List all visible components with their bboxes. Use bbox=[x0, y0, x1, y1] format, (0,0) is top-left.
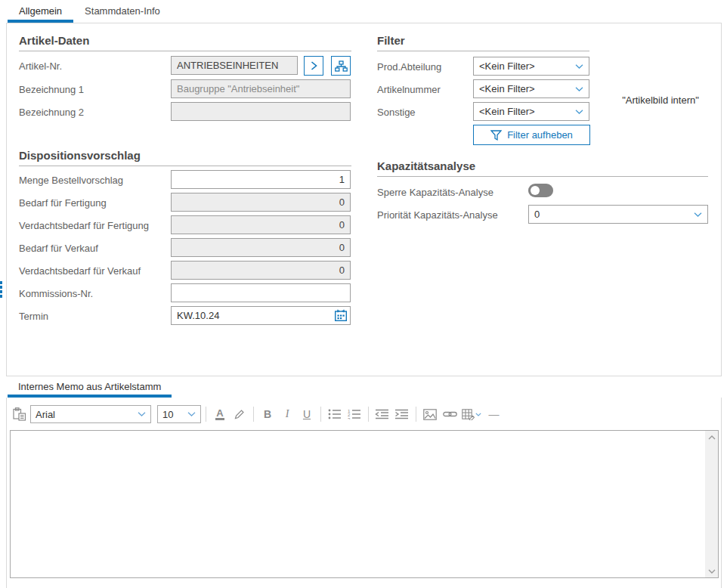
underline-button[interactable]: U bbox=[298, 405, 316, 423]
chevron-down-icon bbox=[187, 412, 196, 416]
toolbar-divider bbox=[416, 407, 416, 422]
memo-toolbar: Arial 10 A B I U bbox=[11, 404, 503, 424]
tab-stammdaten-info[interactable]: Stammdaten-Info bbox=[73, 0, 172, 23]
sonstige-select[interactable]: <Kein Filter> bbox=[473, 102, 589, 121]
prioritaet-kapazitaets-analyse-label: Priorität Kapazitäts-Analyse bbox=[377, 209, 498, 221]
main-form-panel: Artikel-Daten Artikel-Nr. Bezeichnung 1 … bbox=[6, 23, 722, 376]
font-color-icon: A bbox=[215, 408, 224, 420]
artikelbild-caption: "Artikelbild intern" bbox=[598, 94, 723, 106]
section-heading-dispositionsvorschlag: Dispositionsvorschlag bbox=[19, 149, 351, 166]
insert-image-button[interactable] bbox=[421, 405, 439, 423]
filter-aufheben-button[interactable]: Filter aufheben bbox=[473, 125, 590, 145]
font-family-value: Arial bbox=[36, 409, 138, 420]
bezeichnung-1-input[interactable] bbox=[171, 79, 351, 98]
artikel-nr-label: Artikel-Nr. bbox=[19, 60, 62, 72]
scroll-down-icon[interactable] bbox=[705, 565, 718, 577]
termin-field bbox=[171, 306, 351, 325]
bedarf-verkauf-input[interactable] bbox=[171, 238, 351, 257]
filter-aufheben-label: Filter aufheben bbox=[507, 129, 573, 141]
kommissions-nr-label: Kommissions-Nr. bbox=[19, 288, 93, 299]
bedarf-verkauf-label: Bedarf für Verkauf bbox=[19, 243, 98, 254]
chevron-down-icon bbox=[575, 64, 583, 69]
paste-icon[interactable] bbox=[11, 405, 29, 423]
artikelnummer-select[interactable]: <Kein Filter> bbox=[473, 79, 589, 98]
memo-panel: Arial 10 A B I U bbox=[6, 398, 722, 588]
termin-input[interactable] bbox=[171, 306, 351, 325]
sitemap-icon bbox=[335, 60, 348, 72]
section-heading-artikel-daten: Artikel-Daten bbox=[19, 34, 351, 51]
verdachtsbedarf-verkauf-label: Verdachtsbedarf für Verkauf bbox=[19, 265, 141, 277]
toolbar-divider bbox=[320, 407, 321, 422]
hierarchy-button[interactable] bbox=[331, 56, 351, 76]
sperre-kapazitaets-analyse-label: Sperre Kapazitäts-Analyse bbox=[377, 187, 493, 198]
font-size-select[interactable]: 10 bbox=[157, 405, 201, 423]
calendar-icon[interactable] bbox=[334, 309, 348, 322]
tab-allgemein[interactable]: Allgemein bbox=[8, 0, 73, 23]
section-heading-kapazitaetsanalyse: Kapazitätsanalyse bbox=[377, 159, 708, 177]
splitter-drag-handle[interactable] bbox=[0, 281, 2, 298]
kommissions-nr-input[interactable] bbox=[171, 283, 351, 302]
bullet-list-button[interactable] bbox=[326, 405, 344, 423]
prioritaet-value: 0 bbox=[534, 209, 694, 220]
prod-abteilung-select[interactable]: <Kein Filter> bbox=[473, 57, 589, 76]
section-heading-filter: Filter bbox=[377, 34, 589, 51]
sonstige-value: <Kein Filter> bbox=[479, 106, 575, 117]
chevron-down-icon bbox=[475, 413, 481, 416]
artikelnummer-value: <Kein Filter> bbox=[479, 83, 575, 94]
memo-editor[interactable] bbox=[11, 431, 705, 577]
prod-abteilung-value: <Kein Filter> bbox=[479, 60, 575, 72]
numbered-list-button[interactable]: 123 bbox=[345, 405, 364, 423]
verdachtsbedarf-fertigung-label: Verdachtsbedarf für Fertigung bbox=[19, 220, 149, 231]
menge-bestellvorschlag-label: Menge Bestellvorschlag bbox=[19, 175, 123, 186]
bezeichnung-1-label: Bezeichnung 1 bbox=[19, 84, 84, 95]
bezeichnung-2-input[interactable] bbox=[171, 102, 351, 121]
toolbar-divider bbox=[368, 407, 369, 422]
prioritaet-kapazitaets-analyse-select[interactable]: 0 bbox=[528, 205, 708, 224]
verdachtsbedarf-verkauf-input[interactable] bbox=[171, 261, 351, 280]
toggle-knob bbox=[531, 186, 540, 195]
bezeichnung-2-label: Bezeichnung 2 bbox=[19, 107, 84, 118]
memo-scrollbar[interactable] bbox=[705, 431, 718, 577]
chevron-down-icon bbox=[694, 212, 702, 217]
verdachtsbedarf-fertigung-input[interactable] bbox=[171, 215, 351, 234]
chevron-down-icon bbox=[575, 87, 583, 91]
menge-bestellvorschlag-input[interactable] bbox=[171, 170, 351, 189]
scroll-up-icon[interactable] bbox=[705, 431, 718, 444]
horizontal-rule-button[interactable]: — bbox=[484, 405, 503, 423]
toolbar-divider bbox=[206, 407, 206, 422]
open-artikel-button[interactable] bbox=[304, 56, 323, 76]
sperre-kapazitaets-analyse-toggle[interactable] bbox=[528, 184, 553, 197]
artikel-nr-input[interactable] bbox=[171, 56, 298, 75]
toolbar-divider bbox=[253, 407, 254, 422]
chevron-down-icon bbox=[138, 412, 146, 416]
artikelnummer-label: Artikelnummer bbox=[377, 84, 441, 95]
indent-button[interactable] bbox=[393, 405, 411, 423]
chevron-down-icon bbox=[575, 110, 583, 114]
memo-textbox bbox=[10, 430, 719, 578]
bold-button[interactable]: B bbox=[258, 405, 277, 423]
italic-button[interactable]: I bbox=[278, 405, 296, 423]
font-family-select[interactable]: Arial bbox=[30, 405, 151, 423]
outdent-button[interactable] bbox=[373, 405, 391, 423]
chevron-right-icon bbox=[310, 61, 318, 70]
highlight-pen-button[interactable] bbox=[230, 405, 249, 423]
bedarf-fertigung-label: Bedarf für Fertigung bbox=[19, 197, 107, 209]
pencil-icon bbox=[234, 408, 246, 420]
bedarf-fertigung-input[interactable] bbox=[171, 193, 351, 212]
tab-internes-memo[interactable]: Internes Memo aus Artikelstamm bbox=[8, 379, 172, 398]
funnel-icon bbox=[490, 130, 502, 141]
insert-table-button[interactable] bbox=[460, 405, 483, 423]
font-size-value: 10 bbox=[162, 409, 187, 420]
termin-label: Termin bbox=[19, 311, 48, 322]
prod-abteilung-label: Prod.Abteilung bbox=[377, 61, 441, 73]
font-color-button[interactable]: A bbox=[211, 405, 229, 423]
tab-bar: Allgemein Stammdaten-Info bbox=[8, 0, 172, 23]
svg-text:3: 3 bbox=[348, 417, 351, 420]
sonstige-label: Sonstige bbox=[377, 107, 416, 118]
insert-link-button[interactable] bbox=[441, 405, 459, 423]
